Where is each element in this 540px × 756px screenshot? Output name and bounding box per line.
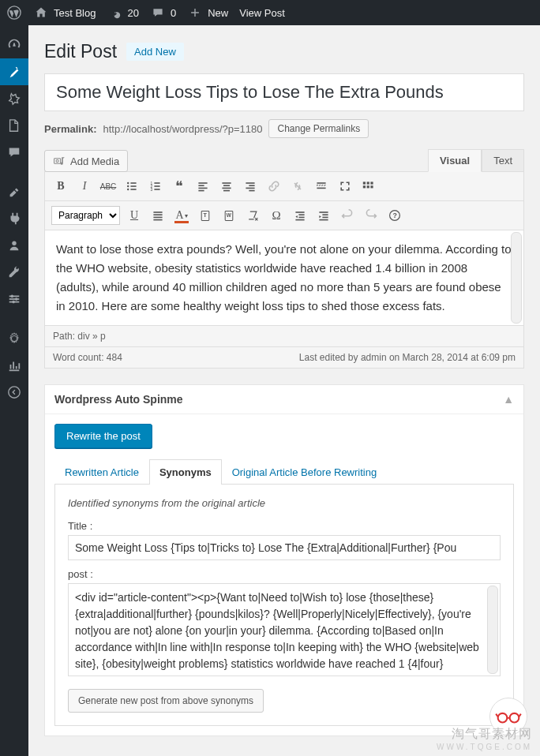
syn-title-input[interactable]	[68, 535, 501, 560]
fullscreen-button[interactable]	[336, 177, 354, 196]
svg-rect-18	[154, 182, 159, 184]
svg-point-13	[127, 185, 129, 187]
svg-rect-56	[319, 211, 328, 213]
italic-button[interactable]: I	[75, 177, 94, 196]
svg-point-1	[12, 241, 16, 245]
tab-rewritten-article[interactable]: Rewritten Article	[54, 459, 149, 485]
svg-text:3: 3	[151, 188, 153, 192]
svg-rect-47	[153, 219, 162, 221]
special-char-button[interactable]: Ω	[267, 206, 286, 225]
svg-point-11	[127, 182, 129, 184]
svg-rect-24	[198, 185, 204, 186]
tab-original-article[interactable]: Original Article Before Rewriting	[222, 459, 388, 485]
menu-collapse[interactable]	[0, 379, 28, 406]
format-select[interactable]: Paragraph	[51, 206, 120, 225]
align-right-button[interactable]	[241, 177, 260, 196]
underline-button[interactable]: U	[125, 206, 144, 225]
paste-text-button[interactable]: T	[196, 206, 215, 225]
svg-rect-28	[223, 185, 230, 186]
number-list-button[interactable]: 123	[146, 177, 165, 196]
align-justify-button[interactable]	[148, 206, 167, 225]
paste-word-button[interactable]: W	[219, 206, 238, 225]
link-button[interactable]	[264, 177, 283, 196]
rich-text-editor: B I ABC 123 ❝ Paragraph U A▾ T	[44, 171, 524, 369]
tab-text[interactable]: Text	[482, 149, 524, 172]
svg-point-5	[11, 295, 14, 298]
post-title-input[interactable]	[44, 73, 524, 111]
rewrite-post-button[interactable]: Rewrite the post	[54, 424, 152, 448]
svg-text:T: T	[204, 211, 208, 219]
wp-logo[interactable]	[6, 5, 22, 21]
wordpress-icon	[6, 5, 22, 21]
admin-sidebar	[0, 25, 28, 756]
outdent-button[interactable]	[291, 206, 309, 225]
toolbar-toggle-button[interactable]	[359, 177, 378, 196]
help-button[interactable]: ?	[385, 206, 404, 225]
svg-rect-35	[317, 182, 325, 184]
svg-point-10	[56, 159, 58, 162]
blockquote-button[interactable]: ❝	[170, 177, 189, 196]
svg-text:?: ?	[393, 211, 397, 219]
menu-plugins[interactable]	[0, 205, 28, 232]
menu-comments[interactable]	[0, 139, 28, 166]
comment-count: 0	[171, 7, 176, 19]
unlink-button[interactable]	[288, 177, 307, 196]
menu-posts[interactable]	[0, 58, 28, 85]
redo-button[interactable]	[362, 206, 381, 225]
svg-point-8	[9, 387, 20, 398]
menu-users[interactable]	[0, 232, 28, 259]
add-media-button[interactable]: Add Media	[44, 150, 128, 172]
svg-point-15	[127, 189, 129, 190]
svg-rect-58	[322, 217, 328, 219]
add-new-button[interactable]: Add New	[126, 43, 184, 61]
bold-button[interactable]: B	[51, 177, 70, 196]
align-left-button[interactable]	[193, 177, 212, 196]
new-content[interactable]: New	[187, 5, 228, 21]
svg-rect-46	[153, 217, 162, 219]
synonyms-panel: Identified synonyms from the original ar…	[54, 485, 514, 726]
clear-format-button[interactable]	[243, 206, 262, 225]
svg-rect-40	[370, 182, 373, 184]
updates[interactable]: 20	[107, 5, 138, 21]
permalink-url: http://localhost/wordpress/?p=1180	[103, 123, 262, 135]
svg-text:W: W	[227, 212, 232, 218]
svg-rect-42	[367, 185, 369, 188]
view-post-link[interactable]: View Post	[239, 7, 285, 19]
menu-media[interactable]	[0, 85, 28, 112]
indent-button[interactable]	[314, 206, 333, 225]
svg-rect-54	[298, 217, 304, 219]
svg-rect-53	[298, 214, 304, 215]
svg-rect-52	[295, 211, 304, 213]
tab-synonyms[interactable]: Synonyms	[149, 459, 222, 485]
syn-post-textarea[interactable]: <div id="article-content"><p>{Want to|Ne…	[68, 583, 501, 676]
bullet-list-button[interactable]	[122, 177, 141, 196]
site-name[interactable]: Test Blog	[33, 5, 96, 21]
synonyms-heading: Identified synonyms from the original ar…	[68, 497, 501, 509]
menu-analytics[interactable]	[0, 352, 28, 379]
metabox-header[interactable]: Wordpress Auto Spinme ▲	[45, 385, 523, 414]
menu-pages[interactable]	[0, 112, 28, 139]
menu-custom-gear[interactable]	[0, 325, 28, 352]
tab-visual[interactable]: Visual	[428, 149, 482, 172]
svg-rect-20	[154, 185, 159, 187]
menu-dashboard[interactable]	[0, 32, 28, 58]
change-permalinks-button[interactable]: Change Permalinks	[268, 119, 369, 138]
undo-button[interactable]	[338, 206, 357, 225]
text-color-button[interactable]: A▾	[172, 206, 191, 225]
menu-settings[interactable]	[0, 286, 28, 313]
menu-appearance[interactable]	[0, 178, 28, 205]
spin-tabs: Rewritten Article Synonyms Original Arti…	[54, 459, 514, 485]
collapse-icon[interactable]: ▲	[503, 393, 514, 406]
comments[interactable]: 0	[150, 5, 176, 21]
align-center-button[interactable]	[217, 177, 236, 196]
svg-point-6	[15, 298, 18, 301]
svg-rect-39	[367, 182, 369, 184]
generate-post-button[interactable]: Generate new post from above synonyms	[68, 689, 264, 713]
menu-tools[interactable]	[0, 259, 28, 286]
syn-post-label: post :	[68, 568, 501, 580]
editor-content[interactable]: Want to lose those extra pounds? Well, y…	[45, 230, 523, 325]
metabox-title: Wordpress Auto Spinme	[54, 393, 183, 406]
word-count: Word count: 484	[53, 352, 122, 363]
strike-button[interactable]: ABC	[99, 177, 118, 196]
more-button[interactable]	[312, 177, 331, 196]
